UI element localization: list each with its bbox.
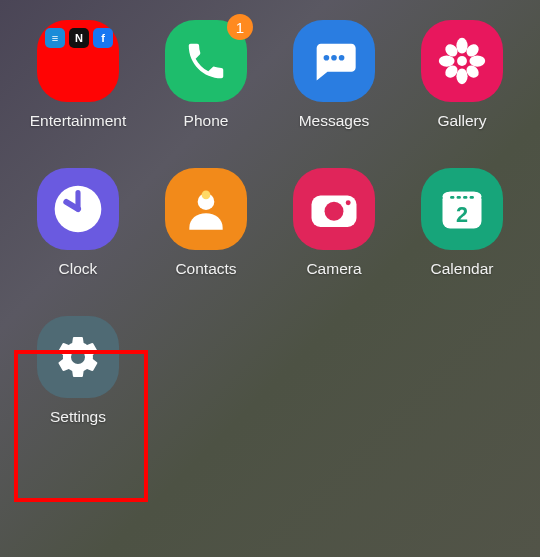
svg-rect-23 — [470, 196, 474, 199]
folder-mini-icon: N — [69, 28, 89, 48]
svg-point-2 — [339, 55, 345, 61]
app-label: Contacts — [175, 260, 236, 278]
app-label: Phone — [184, 112, 229, 130]
app-camera[interactable]: Camera — [274, 168, 394, 278]
folder-icon: ≡Nf — [37, 20, 119, 102]
app-clock[interactable]: Clock — [18, 168, 138, 278]
folder-contents: ≡Nf — [45, 28, 113, 48]
svg-point-1 — [331, 55, 337, 61]
app-label: Entertainment — [30, 112, 127, 130]
svg-point-0 — [324, 55, 330, 61]
app-label: Settings — [50, 408, 106, 426]
svg-rect-20 — [450, 196, 454, 199]
app-label: Gallery — [437, 112, 486, 130]
svg-point-6 — [439, 55, 455, 66]
notification-badge: 1 — [227, 14, 253, 40]
svg-point-3 — [457, 56, 467, 66]
folder-mini-icon: f — [93, 28, 113, 48]
settings-icon — [37, 316, 119, 398]
app-label: Calendar — [431, 260, 494, 278]
svg-rect-21 — [457, 196, 461, 199]
app-label: Camera — [306, 260, 361, 278]
app-phone[interactable]: 1Phone — [146, 20, 266, 130]
calendar-icon: 2 — [421, 168, 503, 250]
app-settings[interactable]: Settings — [18, 316, 138, 426]
app-contacts[interactable]: Contacts — [146, 168, 266, 278]
app-label: Messages — [299, 112, 370, 130]
app-messages[interactable]: Messages — [274, 20, 394, 130]
app-label: Clock — [59, 260, 98, 278]
svg-text:2: 2 — [456, 202, 468, 227]
svg-rect-19 — [443, 192, 482, 202]
messages-icon — [293, 20, 375, 102]
app-calendar[interactable]: 2Calendar — [402, 168, 522, 278]
phone-icon: 1 — [165, 20, 247, 102]
svg-point-17 — [346, 200, 351, 205]
app-grid: ≡NfEntertainment1PhoneMessagesGalleryClo… — [0, 0, 540, 446]
app-gallery[interactable]: Gallery — [402, 20, 522, 130]
svg-point-5 — [456, 68, 467, 84]
svg-point-14 — [202, 190, 211, 199]
clock-icon — [37, 168, 119, 250]
contacts-icon — [165, 168, 247, 250]
svg-point-16 — [325, 202, 344, 221]
app-entertainment[interactable]: ≡NfEntertainment — [18, 20, 138, 130]
folder-mini-icon: ≡ — [45, 28, 65, 48]
camera-icon — [293, 168, 375, 250]
svg-point-4 — [456, 38, 467, 54]
gallery-icon — [421, 20, 503, 102]
svg-point-7 — [469, 55, 485, 66]
svg-rect-22 — [463, 196, 467, 199]
